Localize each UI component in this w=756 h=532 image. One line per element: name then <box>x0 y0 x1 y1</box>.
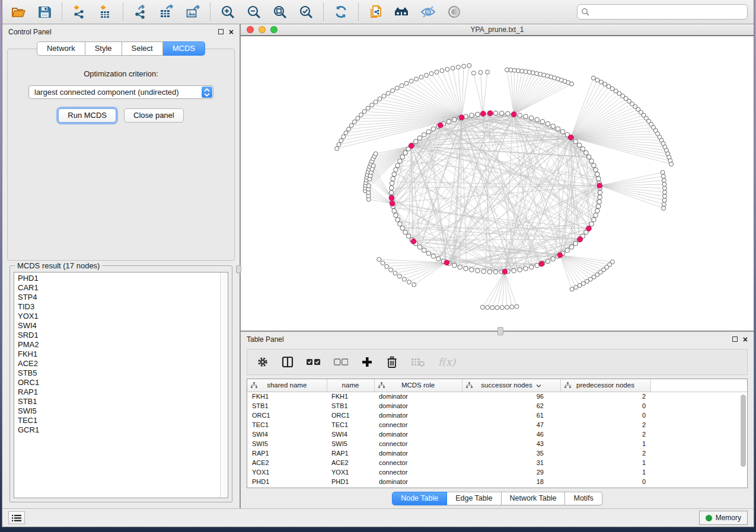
mcds-result-item[interactable]: STB5 <box>18 368 228 378</box>
mcds-result-item[interactable]: STB1 <box>18 397 228 406</box>
control-panel-tabs: Network Style Select MCDS <box>2 41 240 56</box>
mcds-result-item[interactable]: SRD1 <box>18 331 228 340</box>
export-network-icon[interactable] <box>132 3 149 21</box>
table-row[interactable]: SWI5SWI5connector431 <box>247 439 747 448</box>
memory-button[interactable]: Memory <box>699 511 748 525</box>
table-row[interactable]: RAP1RAP1dominator352 <box>247 448 747 458</box>
close-panel-button[interactable]: Close panel <box>124 108 184 123</box>
search-icon <box>581 8 590 18</box>
search-network-icon[interactable] <box>393 3 411 21</box>
mcds-result-listbox[interactable]: PHD1CAR1STP4TID3YOX1SWI4SRD1PMA2FKH1ACE2… <box>14 272 228 498</box>
close-panel-icon[interactable]: × <box>229 29 234 35</box>
run-mcds-button[interactable]: Run MCDS <box>58 108 116 123</box>
float-panel-icon[interactable] <box>218 29 224 34</box>
hide-details-icon[interactable] <box>419 3 437 21</box>
vertical-splitter-handle[interactable] <box>236 265 241 273</box>
tab-select[interactable]: Select <box>122 41 163 56</box>
table-cell: connector <box>374 439 462 448</box>
right-column: YPA_prune.txt_1 Table Panel <box>241 24 754 508</box>
table-cell: dominator <box>374 401 462 411</box>
export-image-icon[interactable] <box>184 3 202 21</box>
tab-network[interactable]: Network <box>37 41 85 56</box>
column-header-filler <box>650 379 747 392</box>
table-header-row: shared name name MCDS role <box>247 379 747 392</box>
save-session-icon[interactable] <box>36 3 53 21</box>
mcds-result-item[interactable]: TEC1 <box>18 416 228 425</box>
mcds-result-item[interactable]: ORC1 <box>18 378 228 387</box>
main-toolbar <box>2 0 754 24</box>
select-all-icon[interactable] <box>307 358 321 366</box>
show-graphics-details-icon[interactable] <box>445 3 463 21</box>
zoom-fit-icon[interactable] <box>271 3 289 21</box>
desktop: Control Panel × Network Style Select MCD… <box>0 0 756 532</box>
table-panel-tabs: Node Table Edge Table Network Table Moti… <box>241 488 754 508</box>
memory-status-icon <box>706 515 712 521</box>
table-row[interactable]: PHD1PHD1dominator180 <box>247 477 747 486</box>
share-network-document-icon[interactable] <box>367 3 385 21</box>
zoom-selected-icon[interactable] <box>297 3 315 21</box>
tab-motifs[interactable]: Motifs <box>565 492 602 505</box>
tab-edge-table[interactable]: Edge Table <box>447 492 501 505</box>
add-column-icon[interactable] <box>361 357 373 367</box>
criterion-value: largest connected component (undirected) <box>29 88 202 97</box>
mcds-result-item[interactable]: SWI4 <box>18 321 228 331</box>
table-cell: ORC1 <box>327 411 374 420</box>
tab-node-table[interactable]: Node Table <box>392 492 447 505</box>
node-table-container: shared name name MCDS role <box>247 379 748 488</box>
mcds-list-scrollbar[interactable] <box>220 273 228 498</box>
mcds-result-item[interactable]: TID3 <box>18 302 228 312</box>
table-cell: FKH1 <box>247 392 327 401</box>
mcds-result-item[interactable]: STP4 <box>18 293 228 302</box>
table-row[interactable]: YOX1YOX1connector291 <box>247 467 747 477</box>
criterion-select[interactable]: largest connected component (undirected) <box>28 85 213 99</box>
column-header-shared-name[interactable]: shared name <box>247 379 327 392</box>
tab-network-table[interactable]: Network Table <box>502 492 566 505</box>
search-input[interactable] <box>577 4 748 20</box>
column-header-mcds-role[interactable]: MCDS role <box>374 379 462 392</box>
mcds-result-item[interactable]: PMA2 <box>18 340 228 350</box>
export-table-icon[interactable] <box>158 3 176 21</box>
column-header-predecessor-nodes[interactable]: predecessor nodes <box>560 379 650 392</box>
table-scrollbar-thumb[interactable] <box>741 395 746 467</box>
float-table-panel-icon[interactable] <box>732 336 738 342</box>
table-row[interactable]: FKH1FKH1dominator962 <box>247 392 747 401</box>
tab-mcds[interactable]: MCDS <box>163 41 205 56</box>
table-row[interactable]: STB1STB1dominator620 <box>247 401 747 411</box>
column-header-successor-nodes[interactable]: successor nodes <box>462 379 560 392</box>
mcds-result-item[interactable]: YOX1 <box>18 312 228 321</box>
table-row[interactable]: SWI4SWI4dominator462 <box>247 430 747 439</box>
zoom-in-icon[interactable] <box>219 3 237 21</box>
horizontal-splitter-handle[interactable] <box>497 327 503 335</box>
refresh-icon[interactable] <box>332 3 350 21</box>
zoom-out-icon[interactable] <box>245 3 263 21</box>
table-cell: 31 <box>462 458 560 467</box>
table-row[interactable]: TEC1TEC1connector472 <box>247 420 747 430</box>
show-panels-menu-button[interactable] <box>8 511 25 524</box>
network-canvas[interactable] <box>241 36 754 331</box>
mcds-result-item[interactable]: PHD1 <box>18 274 228 283</box>
table-panel-title: Table Panel <box>247 335 284 344</box>
mcds-result-item[interactable]: SWI5 <box>18 406 228 416</box>
show-column-panel-icon[interactable] <box>282 356 294 368</box>
status-bar: Memory <box>2 508 754 527</box>
table-settings-icon[interactable] <box>257 356 269 368</box>
main-area: Control Panel × Network Style Select MCD… <box>2 24 754 508</box>
column-header-name[interactable]: name <box>327 379 374 392</box>
mcds-result-item[interactable]: ACE2 <box>18 359 228 368</box>
mcds-result-item[interactable]: CAR1 <box>18 283 228 293</box>
table-cell: 0 <box>560 411 650 420</box>
delete-column-icon[interactable] <box>386 356 398 368</box>
tab-style[interactable]: Style <box>85 41 122 56</box>
mcds-result-item[interactable]: RAP1 <box>18 387 228 397</box>
mcds-result-group: MCDS result (17 nodes) PHD1CAR1STP4TID3Y… <box>9 265 232 502</box>
mcds-result-item[interactable]: GCR1 <box>18 425 228 435</box>
close-table-panel-icon[interactable]: × <box>743 336 748 342</box>
table-row[interactable]: ORC1ORC1dominator610 <box>247 411 747 420</box>
deselect-all-icon[interactable] <box>334 358 348 366</box>
table-cell: 18 <box>462 477 560 486</box>
import-table-icon[interactable] <box>97 3 114 21</box>
table-row[interactable]: ACE2ACE2connector311 <box>247 458 747 467</box>
import-network-icon[interactable] <box>71 3 88 21</box>
open-session-icon[interactable] <box>9 3 27 21</box>
mcds-result-item[interactable]: FKH1 <box>18 350 228 359</box>
